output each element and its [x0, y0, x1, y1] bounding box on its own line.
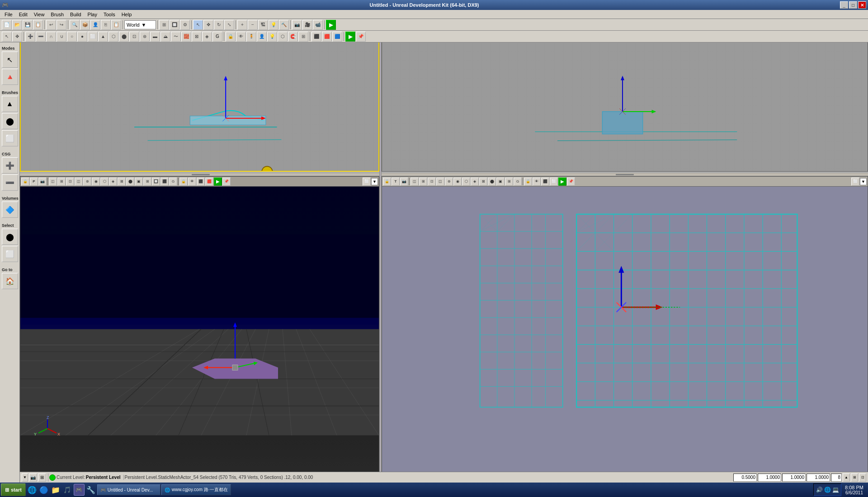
- tb-camera1[interactable]: 📷: [292, 20, 302, 30]
- vp-br-r11[interactable]: ▣: [496, 178, 505, 186]
- vp-bl-r4[interactable]: ◫: [75, 178, 83, 186]
- vp-br-r9[interactable]: ⊠: [479, 178, 487, 186]
- vp-bl-r13[interactable]: 🔲: [152, 178, 160, 186]
- vp-br-s1[interactable]: ⬛: [541, 178, 549, 186]
- world-dropdown[interactable]: World ▼: [124, 20, 156, 29]
- menu-file[interactable]: File: [2, 11, 15, 18]
- tray-icon-1[interactable]: 🔊: [816, 486, 823, 493]
- csg-terrain[interactable]: ⛰: [160, 32, 170, 42]
- csg-open[interactable]: ○: [67, 32, 77, 42]
- vp-br-r10[interactable]: ⬤: [488, 178, 496, 186]
- menu-help[interactable]: Help: [119, 11, 135, 18]
- vp-br-fullscreen[interactable]: ⬜: [851, 178, 859, 186]
- tb-select-mode[interactable]: ↖: [193, 20, 203, 30]
- maximize-button[interactable]: □: [849, 1, 857, 9]
- tb-saveas[interactable]: 📋: [33, 20, 43, 30]
- vp-br-r12[interactable]: ⊞: [505, 178, 513, 186]
- start-button[interactable]: ⊞ start: [1, 483, 26, 496]
- tb-search[interactable]: 🔍: [70, 20, 80, 30]
- sidebar-brush-cone[interactable]: ▲: [2, 96, 18, 112]
- vp-br-r1[interactable]: ◫: [410, 178, 419, 186]
- viewport-bottom-left[interactable]: 🔒 P 📷 ◫ ⊞ ⊡ ◫ ⊛ ◉ ⬡ ◈ ⊠ ⬤ ▣ ⊞ 🔲 ⬛ G 🔒 👁 …: [20, 176, 379, 483]
- menu-brush[interactable]: Brush: [48, 11, 66, 18]
- csg-eye[interactable]: 👁: [236, 32, 246, 42]
- csg-cam1[interactable]: ⬛: [311, 32, 321, 42]
- vp-bl-s1[interactable]: ⬛: [197, 178, 205, 186]
- csg-char[interactable]: 🧍: [246, 32, 256, 42]
- status-val2[interactable]: [758, 474, 781, 482]
- csg-cylinder[interactable]: ⬡: [108, 32, 118, 42]
- tb-snapping[interactable]: ⊞: [159, 20, 169, 30]
- vp-br-r5[interactable]: ⊛: [445, 178, 453, 186]
- vp-bl-s2[interactable]: 🟥: [205, 178, 213, 186]
- viewport-top-left[interactable]: 🔒 P 📷 ◫ ⊞ ⊡ ◫ ⊛ ◉ ⬡ ◈ ⊠ ⬤ ▣ ⊞ 🔲 ⬛ 🔳 G 🔒 …: [20, 32, 379, 172]
- mode-select[interactable]: ↖: [2, 32, 12, 42]
- csg-stair[interactable]: ⊡: [129, 32, 139, 42]
- vp-bl-pin[interactable]: 📌: [222, 178, 231, 186]
- vp-br-dropdown[interactable]: ▼: [860, 178, 867, 185]
- tb-copy[interactable]: ⎘: [101, 20, 111, 30]
- vp-bl-g[interactable]: G: [169, 178, 177, 186]
- tb-build-geo[interactable]: 🏗: [258, 20, 268, 30]
- sidebar-select-rect[interactable]: ⬜: [2, 246, 18, 262]
- tb-open[interactable]: 📂: [12, 20, 22, 30]
- viewport-bottom-right[interactable]: 🔒 T 📷 ◫ ⊞ ⊡ ◫ ⊛ ◉ ⬡ ◈ ⊠ ⬤ ▣ ⊞ G 🔒 👁 ⬛ ⬜ …: [382, 176, 868, 483]
- csg-snap[interactable]: 🧲: [288, 32, 298, 42]
- csg-grid2[interactable]: ⊞: [298, 32, 308, 42]
- vp-br-lock[interactable]: 🔒: [383, 178, 391, 186]
- tb-scale[interactable]: ⤡: [224, 20, 234, 30]
- vp-bl-play[interactable]: ▶: [214, 178, 222, 186]
- tray-icon-2[interactable]: 🌐: [824, 486, 831, 493]
- csg-prefab[interactable]: 🧱: [181, 32, 191, 42]
- vp-bl-view-p[interactable]: P: [30, 178, 38, 186]
- csg-deintersect[interactable]: ∪: [57, 32, 66, 42]
- vp-bl-r2[interactable]: ⊞: [57, 178, 66, 186]
- vp-br-play[interactable]: ▶: [558, 178, 566, 186]
- sidebar-csg-add[interactable]: ➕: [2, 157, 18, 173]
- status-val4[interactable]: [807, 474, 830, 482]
- tb-save[interactable]: 💾: [23, 20, 33, 30]
- csg-cam3[interactable]: 🟦: [332, 32, 342, 42]
- quicklaunch-winexp[interactable]: 📁: [50, 484, 61, 496]
- tb-actor[interactable]: 👤: [90, 20, 100, 30]
- menu-tools[interactable]: Tools: [101, 11, 118, 18]
- vp-br-pin[interactable]: 📌: [567, 178, 575, 186]
- vp-bl-lock[interactable]: 🔒: [21, 178, 29, 186]
- sidebar-goto[interactable]: 🏠: [2, 273, 18, 289]
- vp-bl-r10[interactable]: ⬤: [126, 178, 134, 186]
- tb-snap-grid[interactable]: 🔲: [170, 20, 179, 30]
- sidebar-csg-sub[interactable]: ➖: [2, 174, 18, 191]
- tb-brush-add[interactable]: +: [237, 20, 247, 30]
- vp-br-cam[interactable]: 📷: [400, 178, 408, 186]
- vp-bl-r5[interactable]: ⊛: [83, 178, 91, 186]
- status-val3[interactable]: [782, 474, 806, 482]
- quicklaunch-ie[interactable]: 🔵: [38, 484, 49, 496]
- csg-light[interactable]: 💡: [267, 32, 277, 42]
- close-button[interactable]: ✕: [858, 1, 866, 9]
- tb-rotate[interactable]: ↻: [214, 20, 224, 30]
- status-val1[interactable]: [733, 474, 757, 482]
- vp-br-r2[interactable]: ⊞: [419, 178, 427, 186]
- tb-camera2[interactable]: 🎥: [302, 20, 312, 30]
- sidebar-brush-sphere[interactable]: ⬤: [2, 113, 18, 129]
- csg-lock[interactable]: 🔒: [226, 32, 236, 42]
- csg-misc1[interactable]: ◈: [202, 32, 212, 42]
- mode-translate[interactable]: ✥: [12, 32, 22, 42]
- vp-br-g[interactable]: G: [514, 178, 522, 186]
- csg-close[interactable]: ●: [77, 32, 87, 42]
- status-arrow[interactable]: ▼: [22, 474, 28, 482]
- csg-intersect[interactable]: ∩: [46, 32, 56, 42]
- status-ctrl2[interactable]: ⊞: [851, 474, 858, 482]
- csg-cone[interactable]: ▲: [98, 32, 108, 42]
- csg-add[interactable]: ➕: [25, 32, 35, 42]
- vp-bl-r12[interactable]: ⊞: [143, 178, 151, 186]
- vp-br-s2[interactable]: ⬜: [550, 178, 558, 186]
- viewport-vdivider[interactable]: [379, 32, 382, 483]
- csg-char2[interactable]: 👤: [257, 32, 267, 42]
- viewport-hdivider-right[interactable]: [382, 173, 868, 176]
- tb-snap-settings[interactable]: ⚙: [180, 20, 190, 30]
- vp-br-r6[interactable]: ◉: [453, 178, 462, 186]
- tb-paste[interactable]: 📋: [111, 20, 121, 30]
- sidebar-volume[interactable]: 🔷: [2, 202, 18, 218]
- status-icon2[interactable]: ⊞: [38, 474, 46, 482]
